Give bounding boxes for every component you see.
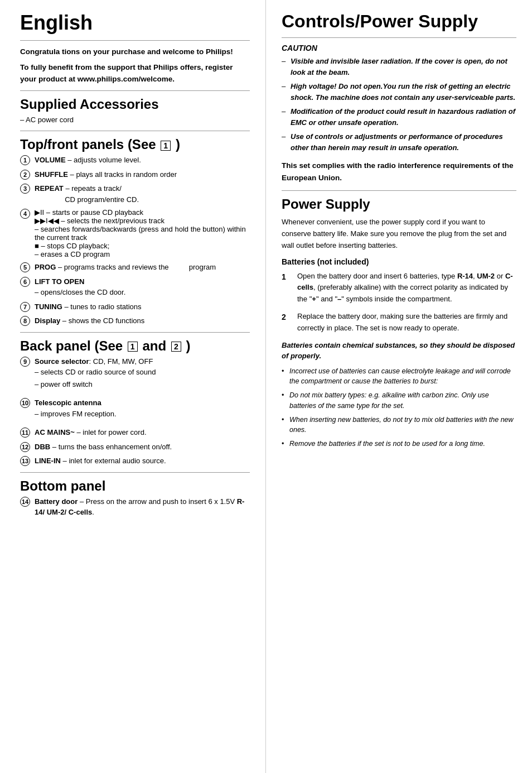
item4-lines: ▶II – starts or pause CD playback ▶▶I◀◀ … xyxy=(35,208,250,258)
item-num: 2 xyxy=(20,170,30,180)
item-text: Battery door – Press on the arrow and pu… xyxy=(35,496,250,518)
back-item10-row: 10 Telescopic antenna xyxy=(20,397,101,409)
topfront-list: 1 VOLUME – adjusts volume level. 2 SHUFF… xyxy=(20,155,250,205)
item-text: Telescopic antenna xyxy=(35,397,101,409)
battery-steps: 1 Open the battery door and insert 6 bat… xyxy=(282,271,516,334)
back-items-list: 9 Source selector: CD, FM, MW, OFF – sel… xyxy=(20,356,250,467)
list-item: 2 SHUFFLE – plays all tracks in random o… xyxy=(20,169,250,180)
item9-sublines: – selects CD or radio source of sound – … xyxy=(20,367,156,391)
item4-container: 4 ▶II – starts or pause CD playback ▶▶I◀… xyxy=(20,208,250,258)
list-item: 6 LIFT TO OPEN– opens/closes the CD door… xyxy=(20,276,250,298)
power-intro: Whenever convenient, use the power suppl… xyxy=(282,217,516,251)
topfront-close: ) xyxy=(176,137,180,152)
step-num: 1 xyxy=(282,271,293,283)
item4-num: 4 xyxy=(20,209,30,219)
caution-section: CAUTION Visible and invisible laser radi… xyxy=(282,44,516,184)
item-num: 14 xyxy=(20,497,30,507)
item5-list: 5 PROG – programs tracks and reviews the… xyxy=(20,262,250,273)
supplied-item: – AC power cord xyxy=(20,114,250,126)
left-title: English xyxy=(20,11,250,35)
divider-1 xyxy=(20,90,250,91)
item-num: 7 xyxy=(20,302,30,312)
right-column: Controls/Power Supply CAUTION Visible an… xyxy=(266,0,532,773)
back-item9-row: 9 Source selector: CD, FM, MW, OFF xyxy=(20,356,153,367)
caution-title: CAUTION xyxy=(282,44,516,52)
list-item: 1 VOLUME – adjusts volume level. xyxy=(20,155,250,166)
caution-item: High voltage! Do not open.You run the ri… xyxy=(282,81,516,103)
topfront-box: 1 xyxy=(161,141,171,151)
right-title: Controls/Power Supply xyxy=(282,11,516,32)
bullet-list: Incorrect use of batteries can cause ele… xyxy=(282,366,516,449)
item-num: 8 xyxy=(20,316,30,326)
compliance-text: This set complies with the radio interfe… xyxy=(282,160,516,184)
sub-line: – improves FM reception. xyxy=(35,409,117,420)
divider-3 xyxy=(20,332,250,333)
item4-line4: ■ – stops CD playback; xyxy=(35,242,250,250)
backpanel-box1: 1 xyxy=(128,342,138,352)
item-num: 1 xyxy=(20,155,30,165)
item-text: DBB – turns the bass enhancement on/off. xyxy=(35,441,172,453)
item-text: TUNING – tunes to radio stations xyxy=(35,301,142,313)
item-text: LINE-IN – inlet for external audio sourc… xyxy=(35,455,166,467)
backpanel-and: and xyxy=(142,338,166,353)
divider-4 xyxy=(20,472,250,473)
battery-step-1: 1 Open the battery door and insert 6 bat… xyxy=(282,271,516,305)
caution-item: Modification of the product could result… xyxy=(282,106,516,128)
divider-2 xyxy=(20,131,250,131)
step-text: Replace the battery door, making sure th… xyxy=(297,311,516,334)
power-title: Power Supply xyxy=(282,196,516,212)
left-column: English Congratula tions on your purchas… xyxy=(0,0,266,773)
bullet-item: Incorrect use of batteries can cause ele… xyxy=(282,366,516,387)
backpanel-title-text: Back panel (See xyxy=(20,338,123,353)
batteries-warning: Batteries contain chemical substances, s… xyxy=(282,340,516,362)
sub-line: – selects CD or radio source of sound xyxy=(35,367,156,378)
backpanel-box2: 2 xyxy=(171,342,181,352)
bullet-item: Remove the batteries if the set is not t… xyxy=(282,439,516,449)
bullet-item: Do not mix battery types: e.g. alkaline … xyxy=(282,390,516,411)
caution-item: Visible and invisible laser radiation. I… xyxy=(282,56,516,78)
item10-sublines: – improves FM reception. xyxy=(20,409,117,421)
item-num: 12 xyxy=(20,442,30,452)
item-text: REPEAT – repeats a track/ CD program/ent… xyxy=(35,183,139,205)
topfront-title-text: Top/front panels (See xyxy=(20,137,156,152)
item-text: LIFT TO OPEN– opens/closes the CD door. xyxy=(35,276,125,298)
item-num: 9 xyxy=(20,357,30,367)
list-item: 12 DBB – turns the bass enhancement on/o… xyxy=(20,441,250,453)
item-num: 6 xyxy=(20,277,30,287)
divider-top xyxy=(20,40,250,41)
list-item: 5 PROG – programs tracks and reviews the… xyxy=(20,262,250,273)
supplied-title: Supplied Accessories xyxy=(20,97,250,112)
item6-list: 6 LIFT TO OPEN– opens/closes the CD door… xyxy=(20,276,250,327)
item-text: SHUFFLE – plays all tracks in random ord… xyxy=(35,169,177,180)
caution-list: Visible and invisible laser radiation. I… xyxy=(282,56,516,153)
item-text: PROG – programs tracks and reviews the p… xyxy=(35,262,216,273)
page: English Congratula tions on your purchas… xyxy=(0,0,532,773)
intro-text-2: To fully benefit from the support that P… xyxy=(20,62,250,85)
divider-right-top xyxy=(282,37,516,38)
list-item: 14 Battery door – Press on the arrow and… xyxy=(20,496,250,518)
list-item: 3 REPEAT – repeats a track/ CD program/e… xyxy=(20,183,250,205)
divider-right-2 xyxy=(282,190,516,191)
bottom-section-title: Bottom panel xyxy=(20,478,250,494)
item-text: Source selector: CD, FM, MW, OFF xyxy=(35,356,153,367)
item-num: 13 xyxy=(20,456,30,466)
battery-step-2: 2 Replace the battery door, making sure … xyxy=(282,311,516,334)
item4-line3: – searches forwards/backwards (press and… xyxy=(35,225,250,242)
item-text: Display – shows the CD functions xyxy=(35,315,144,327)
step-num: 2 xyxy=(282,311,293,323)
bottom-list: 14 Battery door – Press on the arrow and… xyxy=(20,496,250,518)
bullet-item: When inserting new batteries, do not try… xyxy=(282,415,516,436)
list-item: 7 TUNING – tunes to radio stations xyxy=(20,301,250,313)
item-text: AC MAINS~ – inlet for power cord. xyxy=(35,427,147,438)
item4-line2: ▶▶I◀◀ – selects the next/previous track xyxy=(35,217,250,225)
caution-item: Use of controls or adjustments or perfor… xyxy=(282,131,516,153)
batteries-subtitle: Batteries (not included) xyxy=(282,257,516,266)
sub-line: – power off switch xyxy=(35,379,156,390)
item-num: 10 xyxy=(20,398,30,408)
list-item: 8 Display – shows the CD functions xyxy=(20,315,250,327)
list-item: 13 LINE-IN – inlet for external audio so… xyxy=(20,455,250,467)
item-num: 5 xyxy=(20,262,30,272)
item-text: VOLUME – adjusts volume level. xyxy=(35,155,141,166)
backpanel-section-title: Back panel (See 1 and 2 ) xyxy=(20,338,250,354)
step-text: Open the battery door and insert 6 batte… xyxy=(297,271,516,305)
